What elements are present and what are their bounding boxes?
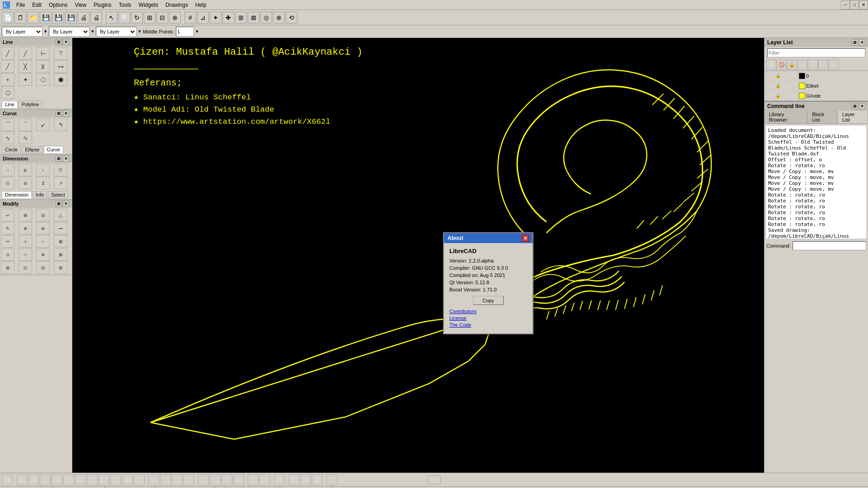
polyline-tab[interactable]: Polyline: [19, 101, 42, 108]
cmd-close-btn[interactable]: ✕: [859, 103, 865, 109]
view-rect-btn[interactable]: ▭: [198, 474, 209, 485]
view-snap-btn[interactable]: ⊞: [233, 474, 244, 485]
snap5-button[interactable]: ⊠: [248, 12, 259, 23]
select-button[interactable]: ↖: [106, 12, 118, 23]
menu-help[interactable]: Help: [192, 1, 210, 9]
layer-lock-icon-1[interactable]: 🔓: [774, 82, 782, 89]
color-dropdown[interactable]: By Layer: [49, 27, 90, 37]
layer-lock-icon-0[interactable]: 🔓: [774, 72, 782, 80]
dim-tool-6[interactable]: ⊘: [19, 177, 32, 189]
open-button[interactable]: 📁: [27, 12, 39, 23]
ex-button[interactable]: Ex: [2, 474, 13, 485]
snap6-button[interactable]: ◎: [260, 12, 272, 23]
layer-filter-input[interactable]: [767, 48, 865, 57]
restrict-vert-btn[interactable]: ↑: [172, 474, 183, 485]
mod-close-btn[interactable]: ✕: [63, 201, 69, 207]
snap8-button[interactable]: ⟲: [286, 12, 297, 23]
snap7-button[interactable]: ⊗: [273, 12, 285, 23]
select-tab[interactable]: Select: [48, 191, 68, 198]
layer-snap-icon-0[interactable]: #: [791, 72, 798, 80]
snap-endpoints-btn[interactable]: □: [40, 474, 51, 485]
snap-center-btn[interactable]: ╳: [63, 474, 74, 485]
snap-perpendicular-btn[interactable]: ⊥: [99, 474, 109, 485]
layer-visible-btn[interactable]: 👁: [766, 60, 776, 70]
line-tool-1[interactable]: ╱: [1, 47, 14, 60]
contributors-link[interactable]: Contributors: [449, 309, 527, 314]
layer-snap-icon-1[interactable]: #: [791, 82, 798, 89]
cmd-float-btn[interactable]: ⊞: [852, 103, 858, 109]
layer-vis-icon-2[interactable]: 👁: [766, 92, 774, 99]
dimension-tab[interactable]: Dimension: [2, 191, 32, 198]
curve-tool-3[interactable]: ↙: [36, 118, 50, 131]
dim-tool-3[interactable]: ↕: [36, 164, 50, 176]
select2-button[interactable]: ⬜: [118, 12, 130, 23]
menu-widgets[interactable]: Widgets: [135, 1, 162, 9]
block2-button[interactable]: ⊟: [156, 12, 168, 23]
snap-middle-btn[interactable]: ◇: [75, 474, 86, 485]
save2-button[interactable]: 💾: [52, 12, 64, 23]
linetype-dropdown[interactable]: By Layer: [96, 27, 137, 37]
restrict-angle-btn[interactable]: ↗: [184, 474, 194, 485]
circle-tab[interactable]: Circle: [2, 146, 21, 153]
layer-dropdown[interactable]: By Layer: [2, 27, 42, 37]
curve-tool-4[interactable]: ↰: [54, 118, 67, 131]
grid-button[interactable]: #: [184, 12, 196, 23]
curve-tool-2[interactable]: ⌒: [19, 118, 32, 131]
mod-tool-3[interactable]: ⊟: [36, 209, 50, 221]
mod-float-btn[interactable]: ⊞: [56, 201, 62, 207]
line-tool-10[interactable]: ✦: [19, 73, 32, 86]
print-button[interactable]: 🖨: [78, 12, 90, 23]
layer-unlock-btn[interactable]: 🔓: [787, 60, 797, 70]
mod-tool-15[interactable]: ⊛: [36, 248, 50, 261]
layer-row-1[interactable]: 👁 🔓 🖨 # Etiket: [764, 81, 868, 91]
line-tab[interactable]: Line: [2, 101, 18, 108]
snap-distance-btn[interactable]: ⊙: [87, 474, 98, 485]
view-rect2-btn[interactable]: ⊟: [222, 474, 232, 485]
layer-vis-icon-1[interactable]: 👁: [766, 82, 774, 89]
the-code-link[interactable]: The Code: [449, 322, 527, 328]
snap-button[interactable]: ⊕: [169, 12, 181, 23]
layer-lock-icon-2[interactable]: 🔓: [774, 92, 782, 99]
line-close-btn[interactable]: ✕: [63, 39, 69, 45]
dim-tool-2[interactable]: ⊵: [19, 164, 32, 176]
view-circ-btn[interactable]: ○: [210, 474, 221, 485]
dim-float-btn[interactable]: ⊞: [56, 155, 62, 162]
mod-tool-19[interactable]: ⊟: [36, 261, 50, 274]
mod-tool-16[interactable]: ⊠: [54, 248, 67, 261]
line-tool-7[interactable]: ⊻: [36, 60, 50, 73]
menu-plugins[interactable]: Plugins: [90, 1, 115, 9]
menu-view[interactable]: View: [71, 1, 90, 9]
curve-tool-5[interactable]: ∿: [1, 131, 14, 144]
restrict-ortho-btn[interactable]: ⊢: [148, 474, 159, 485]
tab-library-browser[interactable]: Library Browser: [764, 111, 807, 123]
command-input[interactable]: [793, 241, 866, 250]
layer-snap-icon-2[interactable]: #: [791, 92, 798, 99]
tab-block-list[interactable]: Block List: [807, 111, 837, 123]
snap-select-btn[interactable]: ↖: [52, 474, 62, 485]
view-add-btn[interactable]: +: [248, 474, 259, 485]
line-tool-12[interactable]: ⬣: [54, 73, 67, 86]
menu-tools[interactable]: Tools: [115, 1, 135, 9]
snap2-button[interactable]: ✦: [210, 12, 222, 23]
mod-tool-4[interactable]: △: [54, 209, 67, 221]
line-tool-6[interactable]: ╳: [19, 60, 32, 73]
line-tool-2[interactable]: ╱: [19, 47, 32, 60]
mod-tool-2[interactable]: ⊞: [19, 209, 32, 221]
layer-print-icon-1[interactable]: 🖨: [783, 82, 790, 89]
layer-print-icon-0[interactable]: 🖨: [783, 72, 790, 80]
mod-tool-13[interactable]: ⊙: [1, 248, 14, 261]
save3-button[interactable]: 💾: [65, 12, 77, 23]
layer-move-down-btn[interactable]: ↓: [829, 60, 839, 70]
layer-close-btn[interactable]: ✕: [859, 39, 865, 46]
mod-tool-5[interactable]: ↻: [1, 222, 14, 235]
dim-tool-4[interactable]: ⏱: [54, 164, 67, 176]
about-close-button[interactable]: ✕: [522, 235, 529, 242]
mod-tool-8[interactable]: ⊶: [54, 222, 67, 235]
mod-tool-9[interactable]: ✂: [1, 235, 14, 248]
layer-vis-icon-0[interactable]: 👁: [766, 72, 774, 80]
info-tab[interactable]: Info: [33, 191, 47, 198]
menu-file[interactable]: File: [13, 1, 28, 9]
dot-btn[interactable]: •: [326, 474, 337, 485]
dim-tool-8[interactable]: ↗: [54, 177, 67, 189]
new2-button[interactable]: 🗒: [14, 12, 26, 23]
